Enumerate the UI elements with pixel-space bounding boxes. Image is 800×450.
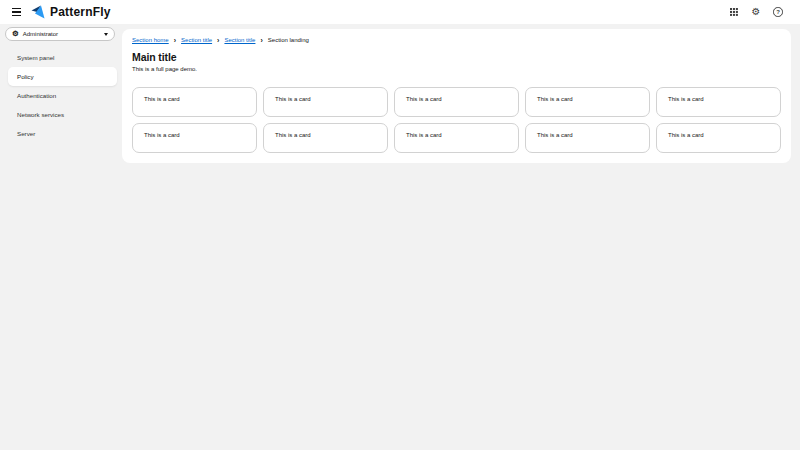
- breadcrumb-current-page: Section landing: [268, 37, 309, 43]
- chevron-right-icon: ›: [260, 37, 262, 44]
- sidebar-item-network-services[interactable]: Network services: [8, 105, 117, 124]
- card: This is a card: [394, 87, 519, 117]
- nav-list: System panel Policy Authentication Netwo…: [0, 48, 121, 143]
- breadcrumb: Section home › Section title › Section t…: [132, 36, 781, 44]
- brand-logo[interactable]: PatternFly: [31, 5, 111, 19]
- chevron-right-icon: ›: [217, 37, 219, 44]
- main-panel: Section home › Section title › Section t…: [122, 29, 791, 163]
- masthead-actions: ⚙ ?: [728, 5, 784, 19]
- cogs-icon: ⚙: [12, 30, 19, 38]
- chevron-down-icon: [104, 33, 108, 36]
- card: This is a card: [132, 87, 257, 117]
- card: This is a card: [525, 87, 650, 117]
- page-title: Main title: [132, 51, 781, 63]
- settings-gear-icon[interactable]: ⚙: [750, 5, 762, 19]
- card-title: This is a card: [144, 132, 180, 138]
- help-question-icon[interactable]: ?: [772, 5, 784, 19]
- breadcrumb-link-section-home[interactable]: Section home: [132, 37, 169, 43]
- card-title: This is a card: [406, 96, 442, 102]
- sidebar-item-server[interactable]: Server: [8, 124, 117, 143]
- brand-name: PatternFly: [50, 5, 111, 19]
- card-grid: This is a card This is a card This is a …: [132, 87, 781, 153]
- context-selector-label: Administrator: [23, 31, 58, 37]
- context-selector-dropdown[interactable]: ⚙ Administrator: [5, 27, 115, 41]
- apps-grid-icon[interactable]: [728, 5, 740, 19]
- masthead: PatternFly ⚙ ?: [0, 0, 800, 24]
- card: This is a card: [525, 123, 650, 153]
- card-title: This is a card: [144, 96, 180, 102]
- chevron-right-icon: ›: [174, 37, 176, 44]
- card: This is a card: [263, 87, 388, 117]
- card-title: This is a card: [406, 132, 442, 138]
- card-title: This is a card: [668, 96, 704, 102]
- hamburger-icon: [12, 8, 21, 9]
- nav-toggle-button[interactable]: [8, 4, 24, 20]
- sidebar: ⚙ Administrator System panel Policy Auth…: [0, 24, 121, 450]
- sidebar-item-system-panel[interactable]: System panel: [8, 48, 117, 67]
- card: This is a card: [263, 123, 388, 153]
- card: This is a card: [132, 123, 257, 153]
- breadcrumb-link-section-title-1[interactable]: Section title: [181, 37, 212, 43]
- breadcrumb-link-section-title-2[interactable]: Section title: [224, 37, 255, 43]
- card-title: This is a card: [537, 132, 573, 138]
- card-title: This is a card: [537, 96, 573, 102]
- sidebar-item-authentication[interactable]: Authentication: [8, 86, 117, 105]
- card-title: This is a card: [275, 132, 311, 138]
- card-title: This is a card: [275, 96, 311, 102]
- card: This is a card: [656, 87, 781, 117]
- card: This is a card: [394, 123, 519, 153]
- page-subtitle: This is a full page demo.: [132, 66, 781, 72]
- card-title: This is a card: [668, 132, 704, 138]
- sidebar-item-policy[interactable]: Policy: [8, 67, 117, 86]
- patternfly-logo-icon: [31, 5, 45, 19]
- card: This is a card: [656, 123, 781, 153]
